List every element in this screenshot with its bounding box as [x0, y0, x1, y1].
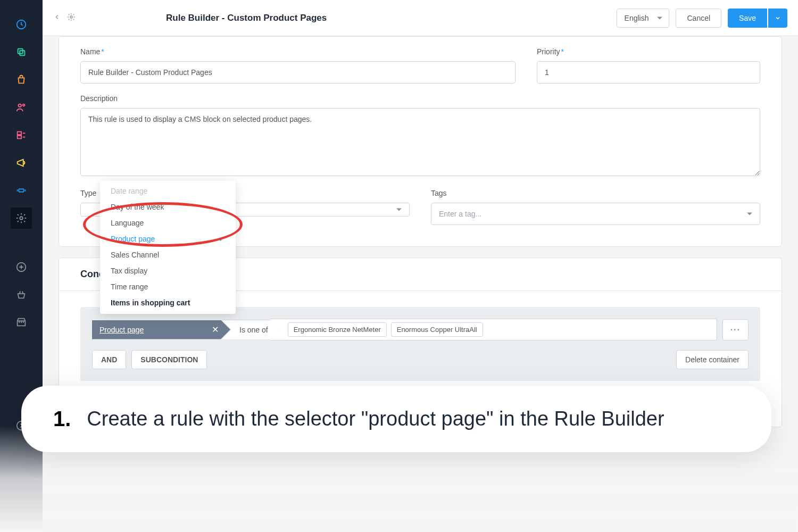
and-button[interactable]: AND [92, 350, 126, 369]
store-icon[interactable] [11, 312, 32, 333]
dropdown-item[interactable]: Date range [100, 183, 236, 199]
svg-point-8 [20, 217, 23, 220]
tags-select[interactable]: Enter a tag... [431, 203, 760, 225]
dashboard-icon[interactable] [11, 14, 32, 35]
dropdown-item[interactable]: Sales Channel [100, 247, 236, 263]
type-dropdown: Date range Day of the week Language Prod… [100, 181, 236, 314]
delete-container-button[interactable]: Delete container [676, 350, 749, 369]
plugin-icon[interactable] [11, 180, 32, 201]
check-icon: ✓ [219, 235, 225, 243]
sidebar [0, 0, 43, 532]
gear-icon[interactable] [67, 13, 76, 23]
name-input[interactable] [80, 61, 516, 84]
svg-point-3 [19, 104, 22, 107]
users-icon[interactable] [11, 97, 32, 118]
save-button[interactable]: Save [728, 9, 767, 28]
topbar: Rule Builder - Custom Product Pages Engl… [43, 0, 798, 36]
dropdown-item[interactable]: Item [100, 311, 236, 314]
svg-rect-6 [18, 136, 21, 138]
svg-rect-5 [18, 132, 21, 135]
dropdown-item[interactable]: Language [100, 215, 236, 231]
layout-icon[interactable] [11, 124, 32, 146]
settings-icon[interactable] [11, 207, 32, 229]
dropdown-item[interactable]: Time range [100, 279, 236, 295]
dropdown-item[interactable]: Tax display [100, 263, 236, 279]
svg-rect-7 [19, 189, 23, 192]
condition-operator[interactable]: Is one of [222, 320, 279, 340]
add-icon[interactable] [11, 256, 32, 278]
dropdown-item[interactable]: Day of the week [100, 199, 236, 215]
subcondition-button[interactable]: SUBCONDITION [131, 350, 207, 369]
condition-container: Product page ✕ Is one of Ergonomic Bronz… [80, 307, 760, 381]
back-icon[interactable] [53, 13, 61, 23]
priority-label: Priority* [537, 47, 760, 56]
instruction-text: Create a rule with the selector "product… [87, 408, 664, 430]
basket-icon[interactable] [11, 284, 32, 305]
condition-tag: Ergonomic Bronze NetMeter [288, 322, 387, 337]
condition-more-icon[interactable]: ··· [722, 319, 749, 340]
cancel-button[interactable]: Cancel [676, 9, 721, 28]
name-label: Name* [80, 47, 516, 56]
description-input[interactable]: This rule is used to display a CMS block… [80, 108, 760, 176]
dropdown-group-header: Items in shopping cart [100, 295, 236, 311]
svg-point-4 [23, 104, 25, 106]
copy-icon[interactable] [11, 41, 32, 63]
page-title: Rule Builder - Custom Product Pages [166, 13, 327, 23]
description-label: Description [80, 94, 760, 103]
condition-tag: Enormous Copper UltraAll [391, 322, 483, 337]
instruction-bar: 1. Create a rule with the selector "prod… [21, 386, 771, 452]
bag-icon[interactable] [11, 69, 32, 90]
condition-field-chip[interactable]: Product page ✕ [92, 320, 230, 339]
tags-label: Tags [431, 189, 760, 197]
svg-point-11 [70, 16, 72, 18]
dropdown-item-selected[interactable]: Product page✓ [100, 231, 236, 247]
close-icon[interactable]: ✕ [212, 325, 219, 335]
svg-rect-1 [20, 51, 24, 55]
save-dropdown-icon[interactable] [768, 9, 787, 28]
megaphone-icon[interactable] [11, 152, 32, 173]
priority-input[interactable] [537, 61, 760, 84]
instruction-number: 1. [53, 407, 71, 431]
condition-values[interactable]: Ergonomic Bronze NetMeter Enormous Coppe… [271, 319, 717, 340]
language-select[interactable]: English [617, 9, 670, 28]
